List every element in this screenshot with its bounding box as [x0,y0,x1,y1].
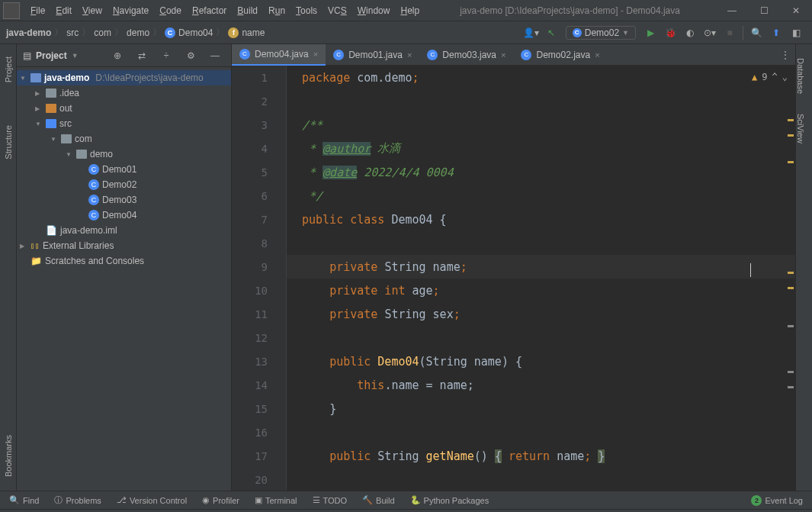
tree-item[interactable]: com [17,131,231,147]
status-bar: ☐ Localized IntelliJ IDEA 2021.3.3 is av… [0,509,812,512]
tree-item[interactable]: .idea [17,85,231,101]
window-title: java-demo [D:\IdeaProjects\java-demo] - … [424,5,716,16]
warning-icon: ▲ [752,72,757,82]
menu-bar: File Edit View Navigate Code Refactor Bu… [26,2,424,19]
bc-field[interactable]: name [242,27,265,38]
tree-item[interactable]: CDemo04 [17,208,231,223]
tool-todo[interactable]: ☰TODO [313,495,348,505]
tree-root[interactable]: java-demoD:\IdeaProjects\java-demo [17,70,231,85]
code-text[interactable]: package com.demo; /** * @author 水滴 * @da… [287,66,795,491]
tool-profiler[interactable]: ◉Profiler [202,495,239,505]
close-icon[interactable]: × [501,50,505,60]
profile-button[interactable]: ⊙▾ [701,24,718,41]
event-count-badge: 2 [751,495,762,506]
build-icon[interactable]: ↖ [543,24,560,41]
tab-demo04[interactable]: CDemo04.java× [232,44,326,66]
right-tab-database[interactable]: Database [796,52,805,100]
tab-demo03[interactable]: CDemo03.java× [419,44,513,66]
menu-help[interactable]: Help [396,2,424,19]
tool-find[interactable]: 🔍Find [9,495,39,505]
left-tab-bookmarks[interactable]: Bookmarks [4,429,13,483]
line-gutter: 12 34 56 78 910 1112 1314 1516 1720 [232,66,287,491]
hide-icon[interactable]: — [207,47,223,64]
hammer-icon: 🔨 [362,495,373,505]
left-tab-structure[interactable]: Structure [4,119,13,166]
info-icon: ⓘ [54,494,63,506]
field-icon: f [228,27,239,38]
close-icon[interactable]: × [595,50,599,60]
left-tab-project[interactable]: Project [4,50,13,89]
event-log[interactable]: 2Event Log [751,495,803,506]
menu-edit[interactable]: Edit [51,2,76,19]
tree-item[interactable]: CDemo03 [17,192,231,208]
marker-strip[interactable] [786,66,795,491]
menu-vcs[interactable]: VCS [323,2,351,19]
search-button[interactable]: 🔍 [748,24,765,41]
menu-build[interactable]: Build [233,2,262,19]
editor: CDemo04.java× CDemo01.java× CDemo03.java… [232,44,795,491]
close-icon[interactable]: × [313,50,318,59]
tool-build[interactable]: 🔨Build [362,495,394,505]
minimize-button[interactable]: — [716,0,748,21]
menu-tools[interactable]: Tools [291,2,322,19]
toolbar: java-demo〉 src〉 com〉 demo〉 CDemo04〉 fnam… [0,21,812,44]
coverage-button[interactable]: ◐ [682,24,698,41]
close-button[interactable]: ✕ [780,0,812,21]
stop-button[interactable]: ■ [721,24,738,41]
tree-item[interactable]: src [17,116,231,131]
tab-demo01[interactable]: CDemo01.java× [326,44,419,66]
project-header-label[interactable]: Project [36,50,67,61]
right-tab-sciview[interactable]: SciView [796,108,805,150]
tree-item[interactable]: out [17,101,231,116]
maximize-button[interactable]: ☐ [748,0,780,21]
tab-demo02[interactable]: CDemo02.java× [513,44,607,66]
menu-code[interactable]: Code [155,2,186,19]
tree-item[interactable]: 📄java-demo.iml [17,223,231,238]
user-icon[interactable]: 👤▾ [523,24,540,41]
tree-ext-lib[interactable]: ⫾⫾External Libraries [17,238,231,253]
breadcrumb: java-demo〉 src〉 com〉 demo〉 CDemo04〉 fnam… [6,26,265,39]
expand-icon[interactable]: ⇄ [133,47,150,64]
gauge-icon: ◉ [202,495,210,505]
bc-src[interactable]: src [66,27,79,38]
bc-demo[interactable]: demo [127,27,149,38]
close-icon[interactable]: × [407,50,412,60]
app-icon [3,2,20,19]
menu-run[interactable]: Run [264,2,290,19]
chevron-up-icon[interactable]: ^ [772,72,778,82]
update-button[interactable]: ⬆ [768,24,785,41]
collapse-icon[interactable]: ÷ [158,47,175,64]
menu-view[interactable]: View [78,2,107,19]
gear-icon[interactable]: ⚙ [182,47,199,64]
project-tree: java-demoD:\IdeaProjects\java-demo .idea… [17,67,231,272]
text-cursor [750,263,751,277]
run-button[interactable]: ▶ [642,24,659,41]
menu-file[interactable]: File [26,2,50,19]
bc-class[interactable]: Demo04 [178,27,213,38]
tool-python[interactable]: 🐍Python Packages [410,495,489,505]
bottom-tool-bar: 🔍Find ⓘProblems ⎇Version Control ◉Profil… [0,491,812,509]
tool-vcs[interactable]: ⎇Version Control [117,495,187,505]
debug-button[interactable]: 🐞 [662,24,679,41]
menu-navigate[interactable]: Navigate [108,2,153,19]
chevron-down-icon[interactable]: ▼ [72,52,79,60]
tree-item[interactable]: CDemo02 [17,177,231,192]
project-panel: ▤ Project ▼ ⊕ ⇄ ÷ ⚙ — java-demoD:\IdeaPr… [17,44,232,491]
tree-scratches[interactable]: 📁Scratches and Consoles [17,253,231,269]
locate-icon[interactable]: ⊕ [109,47,126,64]
bc-com[interactable]: com [94,27,111,38]
code-area[interactable]: 12 34 56 78 910 1112 1314 1516 1720 pack… [232,66,795,491]
ide-menu-button[interactable]: ◧ [788,24,804,41]
tab-menu-icon[interactable]: ⋮ [777,47,794,63]
menu-window[interactable]: Window [353,2,395,19]
inspection-indicator[interactable]: ▲9^⌄ [752,72,788,82]
tool-problems[interactable]: ⓘProblems [54,494,101,506]
menu-refactor[interactable]: Refactor [188,2,231,19]
python-icon: 🐍 [410,495,421,505]
tree-item[interactable]: demo [17,147,231,162]
run-config-selector[interactable]: C Demo02 ▼ [566,26,636,40]
bc-project[interactable]: java-demo [6,27,51,38]
tree-item[interactable]: CDemo01 [17,162,231,177]
tool-terminal[interactable]: ▣Terminal [255,495,297,505]
class-icon: C [165,27,175,38]
